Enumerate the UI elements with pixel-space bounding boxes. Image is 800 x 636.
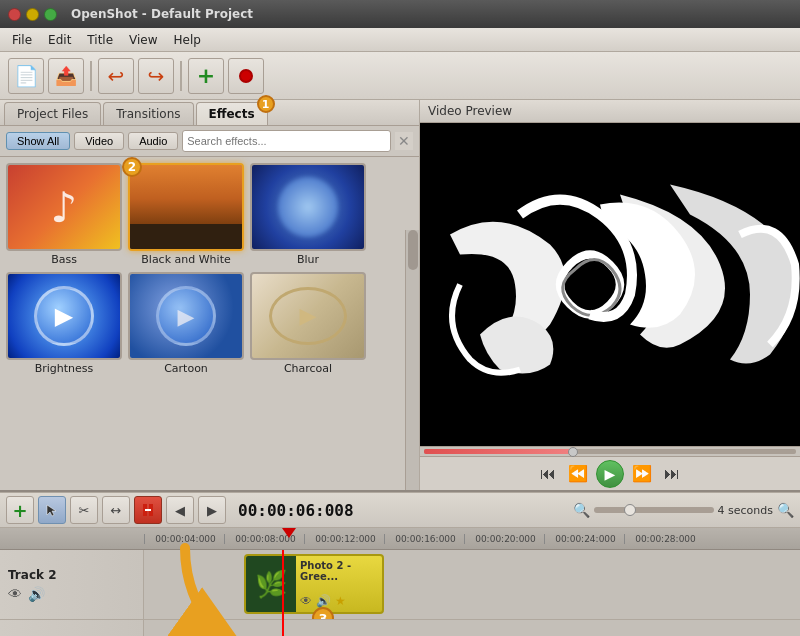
clip-photo2[interactable]: 🌿 Photo 2 - Gree... 👁 🔊 ★ bbox=[244, 554, 384, 614]
main-layout: Project Files Transitions Effects 1 Show… bbox=[0, 100, 800, 490]
prev-marker-button[interactable]: ◀ bbox=[166, 496, 194, 524]
ruler-mark-0: 00:00:04:000 bbox=[144, 534, 224, 544]
effect-cartoon-label: Cartoon bbox=[128, 362, 244, 375]
step-forward-button[interactable]: ⏩ bbox=[630, 462, 654, 486]
redo-button[interactable]: ↪ bbox=[138, 58, 174, 94]
track-1-header: Track 1 👁 🔊 bbox=[0, 620, 144, 636]
scrollbar-thumb[interactable] bbox=[408, 230, 418, 270]
ruler-marks: 00:00:04:000 00:00:08:000 00:00:12:000 0… bbox=[144, 534, 800, 544]
effect-bw-label: Black and White bbox=[128, 253, 244, 266]
clip-star-icon[interactable]: ★ bbox=[335, 594, 346, 608]
new-project-button[interactable]: 📄 bbox=[8, 58, 44, 94]
skip-to-start-button[interactable]: ⏮ bbox=[536, 462, 560, 486]
effect-cartoon-thumb: ▶ bbox=[128, 272, 244, 360]
cartoon-scene: ▶ bbox=[130, 274, 242, 358]
tab-effects[interactable]: Effects 1 bbox=[196, 102, 268, 125]
menu-file[interactable]: File bbox=[4, 31, 40, 49]
track-1-content bbox=[144, 620, 800, 636]
svg-marker-1 bbox=[47, 505, 56, 516]
track-row-2: Track 2 👁 🔊 🌿 Photo 2 - Gree... bbox=[0, 550, 800, 620]
effect-blur-label: Blur bbox=[250, 253, 366, 266]
tab-project-files[interactable]: Project Files bbox=[4, 102, 101, 125]
resize-tool-button[interactable]: ↔ bbox=[102, 496, 130, 524]
track-2-header: Track 2 👁 🔊 bbox=[0, 550, 144, 619]
razor-tool-button[interactable]: ✂ bbox=[70, 496, 98, 524]
step-back-button[interactable]: ⏪ bbox=[566, 462, 590, 486]
close-button[interactable] bbox=[8, 8, 21, 21]
timeline-toolbar: + ✂ ↔ ◀ ▶ 00:00:06:008 🔍 4 seconds 🔍 bbox=[0, 492, 800, 528]
effect-bw-thumb bbox=[128, 163, 244, 251]
cartoon-play-icon: ▶ bbox=[156, 286, 216, 346]
record-button[interactable] bbox=[228, 58, 264, 94]
effect-blur-thumb bbox=[250, 163, 366, 251]
toolbar-separator-2 bbox=[180, 61, 182, 91]
effect-charcoal-label: Charcoal bbox=[250, 362, 366, 375]
playhead-indicator bbox=[282, 528, 296, 538]
tracks-container: Track 2 👁 🔊 🌿 Photo 2 - Gree... bbox=[0, 550, 800, 636]
main-toolbar: 📄 📤 ↩ ↪ + bbox=[0, 52, 800, 100]
clip-thumbnail: 🌿 bbox=[246, 556, 296, 612]
progress-thumb bbox=[568, 447, 578, 457]
zoom-out-icon[interactable]: 🔍 bbox=[573, 502, 590, 518]
effect-blur[interactable]: Blur bbox=[250, 163, 366, 266]
right-panel: Video Preview bbox=[420, 100, 800, 490]
leaf-icon: 🌿 bbox=[255, 569, 287, 599]
effect-cartoon[interactable]: ▶ Cartoon bbox=[128, 272, 244, 375]
skip-to-end-button[interactable]: ⏭ bbox=[660, 462, 684, 486]
menubar: File Edit Title View Help bbox=[0, 28, 800, 52]
maximize-button[interactable] bbox=[44, 8, 57, 21]
undo-button[interactable]: ↩ bbox=[98, 58, 134, 94]
record-icon bbox=[239, 69, 253, 83]
effect-brightness[interactable]: ▶ Brightness bbox=[6, 272, 122, 375]
track-2-eye-icon[interactable]: 👁 bbox=[8, 586, 22, 602]
snap-icon bbox=[142, 503, 154, 517]
blur-orb bbox=[278, 177, 338, 237]
menu-title[interactable]: Title bbox=[79, 31, 121, 49]
track-2-content: 🌿 Photo 2 - Gree... 👁 🔊 ★ 3 bbox=[144, 550, 800, 619]
video-progress-bar[interactable] bbox=[420, 446, 800, 456]
video-preview-label: Video Preview bbox=[420, 100, 800, 123]
current-time-display: 00:00:06:008 bbox=[238, 501, 354, 520]
filter-video[interactable]: Video bbox=[74, 132, 124, 150]
timeline-ruler: 00:00:04:000 00:00:08:000 00:00:12:000 0… bbox=[0, 528, 800, 550]
effect-brightness-label: Brightness bbox=[6, 362, 122, 375]
zoom-in-icon[interactable]: 🔍 bbox=[777, 502, 794, 518]
next-marker-button[interactable]: ▶ bbox=[198, 496, 226, 524]
charcoal-circle: ▶ bbox=[269, 287, 347, 346]
clip-audio-icon[interactable]: 🔊 bbox=[316, 594, 331, 608]
play-button[interactable]: ▶ bbox=[596, 460, 624, 488]
timeline-body: 00:00:04:000 00:00:08:000 00:00:12:000 0… bbox=[0, 528, 800, 636]
clip-eye-icon[interactable]: 👁 bbox=[300, 594, 312, 608]
track-2-name: Track 2 bbox=[8, 568, 135, 582]
snap-tool-button[interactable] bbox=[134, 496, 162, 524]
zoom-slider[interactable] bbox=[594, 507, 714, 513]
effect-brightness-thumb: ▶ bbox=[6, 272, 122, 360]
window-buttons[interactable] bbox=[8, 8, 57, 21]
effect-bass-thumb: ♪ bbox=[6, 163, 122, 251]
search-clear-button[interactable]: ✕ bbox=[395, 132, 413, 150]
effect-black-and-white[interactable]: 2 Black and White bbox=[128, 163, 244, 266]
effect-charcoal[interactable]: ▶ Charcoal bbox=[250, 272, 366, 375]
effect-bass[interactable]: ♪ Bass bbox=[6, 163, 122, 266]
tab-transitions[interactable]: Transitions bbox=[103, 102, 193, 125]
play-triangle-icon: ▶ bbox=[55, 302, 73, 330]
export-button[interactable]: 📤 bbox=[48, 58, 84, 94]
progress-track[interactable] bbox=[424, 449, 796, 454]
menu-help[interactable]: Help bbox=[166, 31, 209, 49]
menu-view[interactable]: View bbox=[121, 31, 165, 49]
effects-scrollbar[interactable] bbox=[405, 230, 419, 490]
filter-show-all[interactable]: Show All bbox=[6, 132, 70, 150]
track-2-audio-icon[interactable]: 🔊 bbox=[28, 586, 45, 602]
charcoal-play-icon: ▶ bbox=[300, 303, 317, 328]
menu-edit[interactable]: Edit bbox=[40, 31, 79, 49]
add-track-button[interactable]: + bbox=[188, 58, 224, 94]
cursor-icon bbox=[45, 503, 59, 517]
effect-charcoal-thumb: ▶ bbox=[250, 272, 366, 360]
minimize-button[interactable] bbox=[26, 8, 39, 21]
effects-search[interactable] bbox=[182, 130, 391, 152]
effects-tab-badge: 1 bbox=[257, 95, 275, 113]
clip-title: Photo 2 - Gree... bbox=[300, 560, 378, 582]
select-tool-button[interactable] bbox=[38, 496, 66, 524]
filter-audio[interactable]: Audio bbox=[128, 132, 178, 150]
add-clip-button[interactable]: + bbox=[6, 496, 34, 524]
